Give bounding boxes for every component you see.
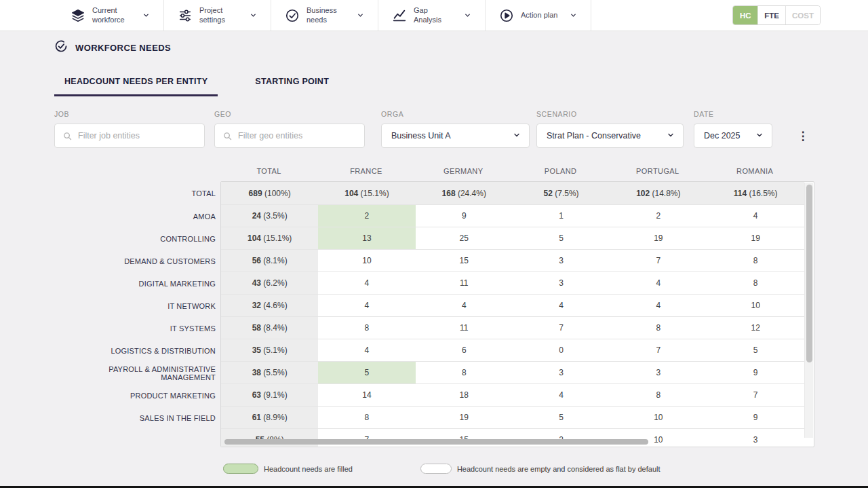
- nav-item-business-needs[interactable]: Business needs: [271, 0, 378, 31]
- table-row: 35 (5.1%)46075: [221, 339, 804, 362]
- headcount-cell[interactable]: 2: [318, 205, 415, 227]
- date-select[interactable]: Dec 2025: [694, 124, 772, 148]
- headcount-cell[interactable]: 8: [610, 384, 707, 406]
- headcount-cell[interactable]: 3: [707, 429, 804, 447]
- vertical-scrollbar[interactable]: [804, 183, 813, 438]
- headcount-cell[interactable]: 4: [513, 295, 610, 316]
- headcount-cell[interactable]: 4: [610, 295, 707, 316]
- row-label: PRODUCT MARKETING: [54, 384, 216, 407]
- headcount-table: TOTALFRANCEGERMANYPOLANDPORTUGALROMANIA …: [54, 167, 868, 447]
- target-icon: [285, 8, 300, 23]
- headcount-cell[interactable]: 3: [513, 250, 610, 271]
- tab-starting-point[interactable]: STARTING POINT: [245, 73, 339, 96]
- tab-headcount-needs-per-entity[interactable]: HEADCOUNT NEEDS PER ENTITY: [54, 73, 218, 96]
- nav-item-action-plan[interactable]: Action plan: [486, 0, 591, 31]
- page-title-row: WORKFORCE NEEDS: [54, 40, 868, 55]
- headcount-cell[interactable]: 3: [513, 272, 610, 294]
- vertical-scrollbar-thumb[interactable]: [806, 185, 812, 362]
- headcount-cell[interactable]: 5: [513, 227, 610, 249]
- nav-label: Project settings: [199, 6, 237, 25]
- headcount-cell[interactable]: 7: [610, 339, 707, 361]
- table-row: 56 (8.1%)1015378: [221, 250, 804, 272]
- unit-toggle-group: HC FTE COST: [732, 5, 821, 25]
- row-label: SALES IN THE FIELD: [54, 407, 216, 429]
- job-filter-group: JOB: [54, 110, 205, 148]
- row-label: DIGITAL MARKETING: [54, 272, 216, 295]
- headcount-cell: 61 (8.9%): [221, 407, 318, 428]
- headcount-cell: 689 (100%): [221, 182, 318, 204]
- headcount-cell[interactable]: 4: [610, 272, 707, 294]
- scenario-select[interactable]: Strat Plan - Conservative: [536, 124, 684, 148]
- headcount-cell[interactable]: 19: [610, 227, 707, 249]
- headcount-cell[interactable]: 8: [610, 317, 707, 339]
- tab-bar: HEADCOUNT NEEDS PER ENTITY STARTING POIN…: [54, 73, 868, 96]
- headcount-cell[interactable]: 3: [513, 362, 610, 383]
- headcount-cell: 38 (5.5%): [221, 362, 318, 383]
- headcount-cell[interactable]: 19: [416, 407, 513, 428]
- horizontal-scrollbar-thumb[interactable]: [224, 439, 648, 445]
- headcount-cell[interactable]: 9: [707, 362, 804, 383]
- headcount-cell[interactable]: 4: [513, 384, 610, 406]
- job-filter-input[interactable]: [55, 124, 204, 147]
- headcount-cell[interactable]: 18: [416, 384, 513, 406]
- headcount-cell[interactable]: 10: [610, 407, 707, 428]
- headcount-cell[interactable]: 5: [318, 362, 415, 383]
- table-row: 58 (8.4%)8117812: [221, 317, 804, 339]
- headcount-cell[interactable]: 9: [707, 407, 804, 428]
- column-header: POLAND: [512, 167, 609, 175]
- headcount-cell[interactable]: 13: [318, 227, 415, 249]
- geo-filter-input[interactable]: [215, 124, 364, 147]
- headcount-cell[interactable]: 4: [416, 295, 513, 316]
- headcount-cell[interactable]: 0: [513, 339, 610, 361]
- headcount-cell[interactable]: 7: [610, 250, 707, 271]
- headcount-cell[interactable]: 10: [707, 295, 804, 316]
- nav-item-current-workforce[interactable]: Current workforce: [57, 0, 164, 31]
- orga-select[interactable]: Business Unit A: [381, 124, 530, 148]
- headcount-cell[interactable]: 14: [318, 384, 415, 406]
- headcount-cell[interactable]: 4: [318, 295, 415, 316]
- chevron-down-icon: [142, 12, 150, 19]
- headcount-cell[interactable]: 11: [416, 317, 513, 339]
- headcount-cell[interactable]: 4: [707, 205, 804, 227]
- headcount-cell[interactable]: 11: [416, 272, 513, 294]
- headcount-cell[interactable]: 10: [318, 250, 415, 271]
- filled-swatch: [223, 464, 258, 474]
- geo-filter-label: GEO: [214, 110, 365, 118]
- headcount-cell[interactable]: 9: [416, 205, 513, 227]
- headcount-cell: 102 (14.8%): [610, 182, 707, 204]
- orga-filter-label: ORGA: [381, 110, 530, 118]
- headcount-cell[interactable]: 2: [610, 205, 707, 227]
- headcount-cell[interactable]: 8: [318, 407, 415, 428]
- nav-item-project-settings[interactable]: Project settings: [164, 0, 271, 31]
- fte-toggle-button[interactable]: FTE: [758, 6, 786, 24]
- headcount-cell[interactable]: 4: [318, 272, 415, 294]
- layers-icon: [71, 8, 85, 23]
- headcount-cell[interactable]: 5: [513, 407, 610, 428]
- filters-row: JOB GEO ORGA Business Unit A: [54, 110, 868, 148]
- hc-toggle-button[interactable]: HC: [733, 6, 758, 24]
- nav-item-gap-analysis[interactable]: Gap Analysis: [378, 0, 486, 31]
- table-body: 689 (100%)104 (15.1%)168 (24.4%)52 (7.5%…: [221, 182, 814, 447]
- headcount-cell[interactable]: 15: [416, 250, 513, 271]
- headcount-cell[interactable]: 8: [318, 317, 415, 339]
- headcount-cell[interactable]: 8: [707, 250, 804, 271]
- headcount-cell[interactable]: 7: [513, 317, 610, 339]
- headcount-cell[interactable]: 1: [513, 205, 610, 227]
- headcount-cell[interactable]: 8: [416, 362, 513, 383]
- row-label-col: TOTALAMOACONTROLLINGDEMAND & CUSTOMERSDI…: [54, 181, 220, 447]
- date-select-value: Dec 2025: [704, 131, 741, 140]
- headcount-cell[interactable]: 19: [707, 227, 804, 249]
- headcount-cell[interactable]: 8: [707, 272, 804, 294]
- headcount-cell[interactable]: 5: [707, 339, 804, 361]
- column-header: PORTUGAL: [609, 167, 706, 175]
- headcount-cell[interactable]: 6: [416, 339, 513, 361]
- headcount-cell[interactable]: 3: [610, 362, 707, 383]
- headcount-cell[interactable]: 25: [416, 227, 513, 249]
- more-options-kebab-icon[interactable]: ⋮: [793, 124, 813, 148]
- headcount-cell[interactable]: 12: [707, 317, 804, 339]
- main-content: WORKFORCE NEEDS HEADCOUNT NEEDS PER ENTI…: [0, 31, 868, 474]
- row-label: AMOA: [54, 205, 216, 227]
- headcount-cell[interactable]: 4: [318, 339, 415, 361]
- headcount-cell[interactable]: 7: [707, 384, 804, 406]
- cost-toggle-button[interactable]: COST: [786, 6, 820, 24]
